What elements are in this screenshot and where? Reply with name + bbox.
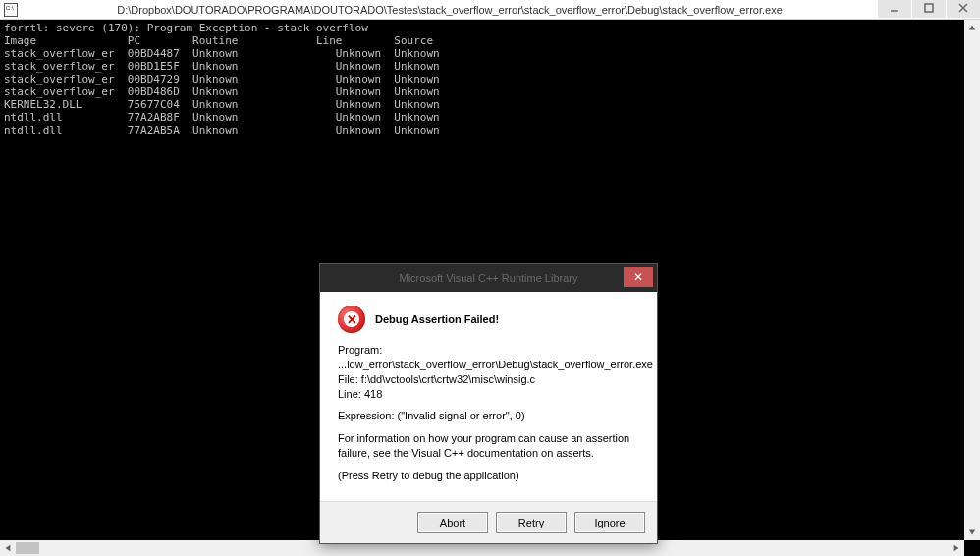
dialog-button-row: Abort Retry Ignore [320,501,657,543]
file-line: File: f:\dd\vctools\crt\crtw32\misc\wins… [338,372,639,387]
scroll-right-icon[interactable] [949,540,964,556]
close-icon: ✕ [633,270,643,284]
scroll-thumb[interactable] [16,542,39,554]
console-trace-row: KERNEL32.DLL 75677C04 Unknown Unknown Un… [4,98,976,111]
svg-marker-7 [954,545,959,551]
ignore-button[interactable]: Ignore [574,512,645,533]
retry-button[interactable]: Retry [496,512,567,533]
console-trace-row: stack_overflow_er 00BD4729 Unknown Unkno… [4,73,976,85]
line-number: Line: 418 [338,387,639,402]
svg-marker-4 [969,26,975,30]
console-trace-row: ntdll.dll 77A2AB8F Unknown Unknown Unkno… [4,111,976,124]
app-icon [4,3,18,17]
console-header-row: Image PC Routine Line Source [4,34,976,47]
info-text-2: failure, see the Visual C++ documentatio… [338,446,639,461]
dialog-close-button[interactable]: ✕ [624,267,653,287]
scroll-up-icon[interactable] [964,20,980,35]
info-text-1: For information on how your program can … [338,431,639,446]
assert-title: Debug Assertion Failed! [375,313,499,325]
dialog-titlebar: Microsoft Visual C++ Runtime Library ✕ [320,264,657,292]
svg-rect-1 [925,4,933,12]
minimize-button[interactable] [878,0,911,18]
console-trace-row: stack_overflow_er 00BD1E5F Unknown Unkno… [4,60,976,73]
expression-text: Expression: ("Invalid signal or error", … [338,409,639,423]
scroll-down-icon[interactable] [964,525,980,540]
retry-hint: (Press Retry to debug the application) [338,469,639,483]
scroll-left-icon[interactable] [0,540,16,556]
dialog-title: Microsoft Visual C++ Runtime Library [400,272,578,284]
console-trace-row: stack_overflow_er 00BD4487 Unknown Unkno… [4,47,976,60]
window-titlebar: D:\Dropbox\DOUTORADO\PROGRAMA\DOUTORADO\… [0,0,980,20]
close-button[interactable] [947,0,980,18]
program-path: ...low_error\stack_overflow_error\Debug\… [338,358,639,372]
svg-marker-5 [969,530,975,535]
abort-button[interactable]: Abort [417,512,488,533]
svg-marker-6 [6,545,11,551]
program-label: Program: [338,343,639,358]
runtime-error-dialog: Microsoft Visual C++ Runtime Library ✕ ✕… [319,263,658,544]
error-icon: ✕ [338,306,365,333]
console-trace-row: stack_overflow_er 00BD486D Unknown Unkno… [4,85,976,98]
console-trace-row: ntdll.dll 77A2AB5A Unknown Unknown Unkno… [4,124,976,137]
window-controls [877,0,980,18]
window-title: D:\Dropbox\DOUTORADO\PROGRAMA\DOUTORADO\… [18,4,980,16]
console-error-line: forrtl: severe (170): Program Exception … [4,22,976,34]
maximize-button[interactable] [912,0,946,18]
vertical-scrollbar[interactable] [964,20,980,540]
dialog-body: ✕ Debug Assertion Failed! Program: ...lo… [320,292,657,501]
